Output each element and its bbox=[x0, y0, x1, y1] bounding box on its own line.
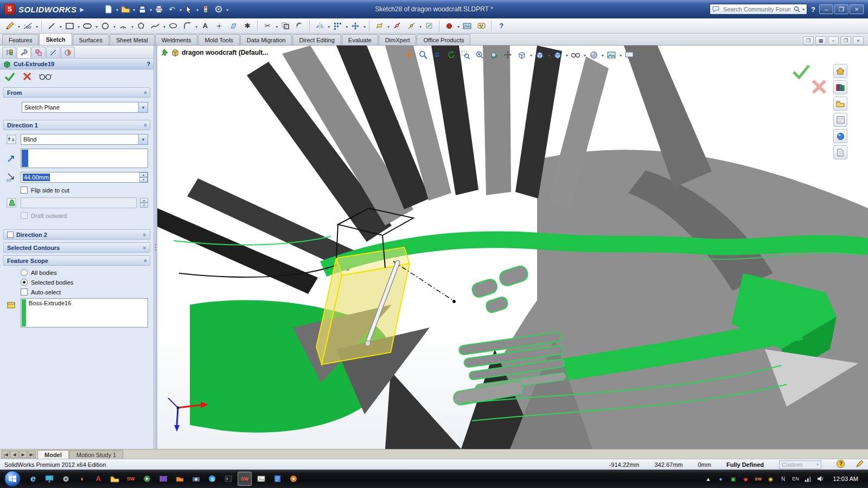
trim-caret-icon[interactable] bbox=[275, 23, 278, 29]
selected-contours-header[interactable]: Selected Contours bbox=[3, 242, 150, 253]
save-caret-icon[interactable] bbox=[149, 6, 152, 12]
rectangle-caret-icon[interactable] bbox=[77, 23, 80, 29]
expand-chevron-icon[interactable] bbox=[142, 246, 148, 249]
reverse-direction-icon[interactable] bbox=[5, 133, 17, 145]
slot-tool-button[interactable] bbox=[81, 20, 94, 33]
3d-view-caret-icon[interactable] bbox=[529, 52, 532, 58]
pm-help-icon[interactable]: ? bbox=[146, 61, 150, 67]
direction2-group-header[interactable]: Direction 2 bbox=[3, 229, 150, 240]
minimize-button[interactable]: – bbox=[819, 4, 833, 14]
line-tool-button[interactable] bbox=[45, 20, 58, 33]
equation-tool-button[interactable]: ✱ bbox=[241, 20, 254, 33]
sketch-tool-button[interactable] bbox=[3, 20, 16, 33]
maximize-button[interactable]: ❐ bbox=[834, 4, 848, 14]
unit-system-combo[interactable]: Custom bbox=[779, 460, 821, 469]
spline-tool-button[interactable] bbox=[149, 20, 162, 33]
taskbar-icon-notes[interactable] bbox=[270, 472, 284, 486]
view-settings-icon[interactable] bbox=[623, 48, 636, 61]
select-caret-icon[interactable] bbox=[196, 6, 199, 12]
open-caret-icon[interactable] bbox=[132, 6, 135, 12]
dropdown-arrow-icon[interactable] bbox=[138, 102, 148, 112]
selected-bodies-radio[interactable] bbox=[21, 279, 28, 286]
taskbar-icon-aim[interactable]: A bbox=[91, 472, 105, 486]
motion-study-tab[interactable]: Motion Study 1 bbox=[69, 450, 123, 459]
new-document-button[interactable] bbox=[103, 3, 114, 15]
taskbar-icon-media-center[interactable] bbox=[140, 472, 154, 486]
zoom-fit-icon[interactable] bbox=[417, 48, 430, 61]
mirror-caret-icon[interactable] bbox=[327, 23, 330, 29]
search-icon[interactable] bbox=[794, 6, 800, 12]
from-group-header[interactable]: From bbox=[3, 87, 150, 98]
tray-solidworks-icon[interactable]: SW bbox=[754, 474, 763, 483]
point-tool-button[interactable] bbox=[213, 20, 226, 33]
plane-tool-button[interactable] bbox=[227, 20, 240, 33]
dimxpert-manager-tab[interactable] bbox=[46, 47, 60, 58]
auto-select-checkbox[interactable] bbox=[21, 288, 28, 296]
tray-language-icon[interactable]: EN bbox=[792, 474, 800, 483]
linear-pattern-button[interactable] bbox=[331, 20, 344, 33]
menu-expand-arrow-icon[interactable]: ▶ bbox=[80, 7, 84, 12]
doc-close-icon[interactable]: × bbox=[853, 36, 864, 45]
smart-dimension-button[interactable]: 60 bbox=[21, 20, 34, 33]
taskbar-icon-command[interactable] bbox=[221, 472, 235, 486]
flip-side-checkbox[interactable] bbox=[21, 187, 28, 194]
feature-scope-list[interactable]: Boss-Extrude16 bbox=[21, 298, 148, 328]
tray-app-green-icon[interactable]: ▣ bbox=[729, 474, 738, 483]
pattern-caret-icon[interactable] bbox=[345, 23, 348, 29]
line-caret-icon[interactable] bbox=[59, 23, 62, 29]
tab-evaluate[interactable]: Evaluate bbox=[342, 34, 378, 45]
pan-icon[interactable] bbox=[501, 48, 514, 61]
home-icon[interactable] bbox=[833, 64, 847, 78]
taskbar-icon-control-panel[interactable] bbox=[59, 472, 73, 486]
configuration-manager-tab[interactable] bbox=[31, 47, 46, 58]
3d-drawing-view-icon[interactable] bbox=[515, 48, 528, 61]
offset-entities-button[interactable] bbox=[293, 20, 306, 33]
hide-show-caret-icon[interactable] bbox=[583, 52, 586, 58]
rectangle-tool-button[interactable] bbox=[63, 20, 76, 33]
taskbar-icon-internet-explorer[interactable]: e bbox=[26, 472, 40, 486]
repair-sketch-button[interactable] bbox=[391, 20, 404, 33]
model-canvas[interactable] bbox=[157, 46, 868, 449]
taskbar-icon-camera[interactable] bbox=[189, 472, 203, 486]
taskbar-icon-solidworks[interactable]: SW bbox=[124, 472, 138, 486]
document-breadcrumb[interactable]: dragon woodcraft (Default... bbox=[161, 49, 268, 56]
circle-tool-button[interactable] bbox=[99, 20, 112, 33]
doc-restore-icon[interactable]: ❐ bbox=[840, 36, 851, 45]
cancel-button[interactable] bbox=[23, 72, 31, 82]
tray-onenote-icon[interactable]: N bbox=[779, 474, 788, 483]
tray-update-icon[interactable]: ◉ bbox=[767, 474, 775, 483]
rotate-view-icon[interactable] bbox=[487, 48, 500, 61]
doc-cascade-icon[interactable]: ❐ bbox=[803, 36, 814, 45]
panel-splitter[interactable] bbox=[154, 46, 157, 449]
taskbar-icon-messenger[interactable]: ◗ bbox=[75, 472, 89, 486]
taskbar-icon-skype[interactable]: S bbox=[205, 472, 219, 486]
quick-snaps-button[interactable] bbox=[405, 20, 418, 33]
zoom-area-icon[interactable] bbox=[459, 48, 472, 61]
direction2-checkbox[interactable] bbox=[7, 232, 14, 238]
print-button[interactable] bbox=[153, 3, 165, 15]
open-button[interactable] bbox=[119, 3, 131, 15]
tab-direct-editing[interactable]: Direct Editing bbox=[292, 34, 341, 45]
scoped-body-item[interactable]: Boss-Extrude16 bbox=[27, 299, 73, 327]
mirror-entities-button[interactable] bbox=[313, 20, 326, 33]
new-caret-icon[interactable] bbox=[116, 6, 118, 12]
trim-entities-button[interactable]: ✂ bbox=[261, 20, 274, 33]
dropdown-arrow-icon[interactable] bbox=[138, 134, 148, 144]
move-caret-icon[interactable] bbox=[363, 23, 366, 29]
convert-entities-button[interactable] bbox=[279, 20, 292, 33]
start-condition-dropdown[interactable]: Sketch Plane bbox=[22, 102, 148, 113]
drag-icon[interactable] bbox=[403, 48, 416, 61]
view-palette-icon[interactable] bbox=[833, 113, 847, 127]
direction1-group-header[interactable]: Direction 1 bbox=[3, 120, 150, 130]
pushpin-icon[interactable] bbox=[161, 49, 168, 56]
close-button[interactable]: × bbox=[850, 4, 864, 14]
volume-icon[interactable] bbox=[816, 474, 825, 483]
instant3d-caret-icon[interactable] bbox=[457, 23, 459, 29]
screen-capture-button[interactable] bbox=[461, 20, 474, 33]
view-settings-caret-icon[interactable] bbox=[637, 52, 640, 58]
circle-caret-icon[interactable] bbox=[113, 23, 116, 29]
taskbar-icon-movie-maker[interactable] bbox=[156, 472, 170, 486]
end-condition-dropdown[interactable]: Blind bbox=[21, 134, 148, 145]
expand-chevron-icon[interactable] bbox=[142, 233, 148, 236]
tab-dimxpert[interactable]: DimXpert bbox=[379, 34, 417, 45]
